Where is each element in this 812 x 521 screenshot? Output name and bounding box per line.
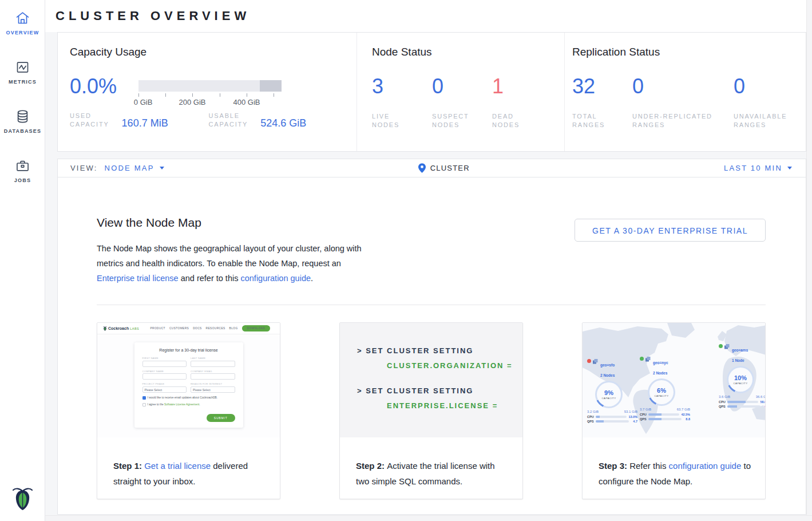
section-divider	[97, 305, 766, 305]
under-replicated-ranges-stat: 0 UNDER-REPLICATED RANGES	[632, 76, 734, 129]
cockroachdb-logo	[0, 487, 45, 513]
capacity-gauge-bar	[138, 80, 282, 92]
sidebar-item-label: DATABASES	[0, 128, 45, 134]
enterprise-trial-license-link[interactable]: Enterprise trial license	[97, 274, 179, 283]
node-cube-icon	[592, 358, 599, 365]
node-map-description: The Node Map shows the geographical layo…	[97, 241, 363, 286]
get-trial-license-link[interactable]: Get a trial license	[144, 461, 211, 471]
cockroach-labs-logo: Cockroach LABS	[103, 326, 139, 331]
map-pin-icon	[418, 163, 426, 173]
capacity-gauge-ring: 6%CAPACITY	[648, 378, 675, 406]
page-header: CLUSTER OVERVIEW	[45, 0, 806, 32]
vertical-scrollbar[interactable]	[806, 0, 812, 515]
configuration-guide-link[interactable]: configuration guide	[240, 274, 311, 283]
node-status-dot-green	[719, 344, 723, 348]
node-map-title: View the Node Map	[97, 216, 363, 230]
node-map-intro: View the Node Map The Node Map shows the…	[97, 216, 363, 286]
sidebar-item-label: METRICS	[0, 79, 45, 85]
step3-card: geo=sfo2 Nodes 9%CAPACITY 3.2 GiB53.1 Gi…	[582, 322, 766, 499]
sql-prompt-line: > SET CLUSTER SETTING	[357, 346, 522, 355]
time-range-dropdown[interactable]: LAST 10 MIN	[724, 164, 792, 172]
node-status-dot-red	[587, 359, 591, 363]
sidebar-item-label: OVERVIEW	[0, 30, 45, 35]
step1-card: Cockroach LABS PRODUCT CUSTOMERS DOCS RE…	[97, 322, 280, 499]
under-replicated-ranges-value: 0	[632, 76, 734, 97]
replication-status-section: Replication Status 32 TOTAL RANGES 0 UND…	[564, 33, 806, 151]
step2-card: > SET CLUSTER SETTING CLUSTER.ORGANIZATI…	[339, 322, 523, 499]
home-icon	[15, 10, 30, 26]
sidebar-item-overview[interactable]: OVERVIEW	[0, 0, 45, 35]
node-status-dot-green	[640, 357, 644, 361]
enterprise-trial-button[interactable]: GET A 30-DAY ENTERPRISE TRIAL	[575, 219, 766, 242]
node-status-title: Node Status	[372, 46, 564, 58]
chevron-down-icon	[787, 167, 792, 169]
step1-screenshot: Cockroach LABS PRODUCT CUSTOMERS DOCS RE…	[97, 323, 280, 437]
live-nodes-value: 3	[372, 76, 432, 97]
step2-caption: Step 2: Activate the trial license with …	[340, 437, 522, 489]
usable-capacity-stat: USABLE CAPACITY 524.6 GiB	[209, 112, 314, 129]
node-cube-icon	[724, 344, 730, 350]
configuration-guide-link[interactable]: configuration guide	[669, 461, 742, 471]
node-status-section: Node Status 3 LIVE NODES 0 SUSPECT NODES…	[357, 33, 564, 151]
used-capacity-value: 160.7 MiB	[122, 117, 175, 129]
view-selected-value: NODE MAP	[105, 164, 155, 172]
time-range-value: LAST 10 MIN	[724, 164, 782, 172]
view-selector-dropdown[interactable]: VIEW: NODE MAP	[70, 164, 164, 172]
sidebar-item-databases[interactable]: DATABASES	[0, 98, 45, 134]
capacity-usage-section: Capacity Usage 0.0% 0 GiB 200 GiB 400 Gi…	[58, 33, 357, 151]
capacity-gauge-nonusable-segment	[260, 80, 282, 92]
live-nodes-stat: 3 LIVE NODES	[372, 76, 432, 129]
page-title: CLUSTER OVERVIEW	[56, 9, 250, 23]
breadcrumb: CLUSTER	[418, 163, 470, 173]
capacity-gauge-ring: 9%CAPACITY	[595, 381, 623, 408]
locality-badge-sfo: geo=sfo2 Nodes 9%CAPACITY 3.2 GiB53.1 Gi…	[587, 358, 637, 423]
horizontal-scrollbar[interactable]	[45, 515, 812, 521]
node-map-panel: View the Node Map The Node Map shows the…	[57, 177, 806, 515]
sql-setting-line: ENTERPRISE.LICENSE =	[387, 401, 522, 410]
total-ranges-stat: 32 TOTAL RANGES	[572, 76, 632, 129]
unavailable-ranges-stat: 0 UNAVAILABLE RANGES	[734, 76, 794, 129]
total-ranges-value: 32	[572, 76, 632, 97]
main-content: CLUSTER OVERVIEW Capacity Usage 0.0%	[45, 0, 806, 515]
database-icon	[15, 109, 30, 124]
license-agreement-checkbox	[142, 403, 146, 406]
node-cube-icon	[645, 356, 651, 362]
usable-capacity-value: 524.6 GiB	[260, 117, 313, 129]
capacity-used-percent: 0.0%	[70, 76, 117, 97]
capacity-gauge-ring: 10%CAPACITY	[727, 366, 754, 393]
step1-caption: Step 1: Get a trial license delivered st…	[97, 437, 280, 489]
locality-badge-nyc: geo=nyc2 Nodes 6%CAPACITY 3.7 GiB63.7 Gi…	[640, 356, 690, 421]
submit-button: SUBMIT	[207, 414, 235, 422]
trial-register-form: Register for a 30-day trial license FIRS…	[134, 342, 243, 428]
sidebar-item-label: JOBS	[0, 177, 45, 183]
chevron-down-icon	[160, 167, 164, 169]
dead-nodes-value: 1	[492, 76, 552, 97]
site-nav: PRODUCT CUSTOMERS DOCS RESOURCES BLOG DO…	[150, 325, 274, 331]
sidebar-item-jobs[interactable]: JOBS	[0, 148, 45, 183]
locality-badge-ams: geo=ams1 Node 10%CAPACITY 3.6 GiB36.6 Gi…	[719, 344, 766, 408]
gauge-tick-400: 400 GiB	[233, 98, 260, 106]
suspect-nodes-stat: 0 SUSPECT NODES	[432, 76, 492, 129]
metrics-icon	[15, 60, 30, 75]
used-capacity-stat: USED CAPACITY 160.7 MiB	[70, 112, 175, 129]
email-updates-checkbox	[142, 396, 146, 400]
sql-prompt-line: > SET CLUSTER SETTING	[357, 386, 522, 395]
capacity-gauge: 0 GiB 200 GiB 400 GiB	[138, 80, 282, 92]
gauge-tick-0: 0 GiB	[134, 98, 153, 106]
used-capacity-label-line1: USED	[70, 112, 109, 120]
replication-status-title: Replication Status	[572, 46, 806, 58]
step3-caption: Step 3: Refer this configuration guide t…	[583, 437, 765, 489]
used-capacity-label-line2: CAPACITY	[70, 120, 109, 129]
sql-setting-line: CLUSTER.ORGANIZATION =	[387, 361, 522, 370]
breadcrumb-cluster-label: CLUSTER	[430, 164, 470, 172]
dead-nodes-stat: 1 DEAD NODES	[492, 76, 552, 129]
sidebar-item-metrics[interactable]: METRICS	[0, 49, 45, 85]
usable-capacity-label-line1: USABLE	[209, 112, 248, 120]
unavailable-ranges-value: 0	[734, 76, 794, 97]
sidebar: OVERVIEW METRICS DATABASES JOBS	[0, 0, 45, 521]
capacity-usage-title: Capacity Usage	[70, 46, 357, 58]
briefcase-icon	[15, 158, 30, 173]
step3-node-map-preview: geo=sfo2 Nodes 9%CAPACITY 3.2 GiB53.1 Gi…	[583, 323, 765, 437]
cluster-summary-panel: Capacity Usage 0.0% 0 GiB 200 GiB 400 Gi…	[57, 32, 806, 152]
view-label: VIEW:	[70, 164, 98, 172]
